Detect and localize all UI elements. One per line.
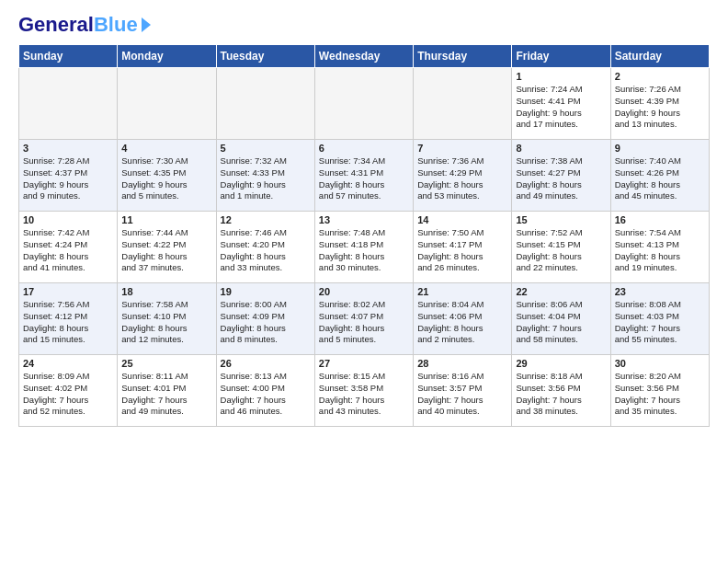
day-info: Sunrise: 8:11 AMSunset: 4:01 PMDaylight:… [121, 371, 211, 418]
day-info: Sunrise: 7:44 AMSunset: 4:22 PMDaylight:… [121, 227, 211, 274]
day-info: Sunrise: 8:04 AMSunset: 4:06 PMDaylight:… [417, 299, 507, 346]
calendar-cell [216, 68, 314, 140]
calendar-cell [19, 68, 118, 140]
day-info: Sunrise: 7:56 AMSunset: 4:12 PMDaylight:… [23, 299, 113, 346]
calendar-cell: 23Sunrise: 8:08 AMSunset: 4:03 PMDayligh… [610, 283, 709, 355]
calendar-cell [314, 68, 413, 140]
day-info: Sunrise: 7:34 AMSunset: 4:31 PMDaylight:… [319, 155, 409, 202]
day-number: 26 [221, 358, 311, 369]
day-info: Sunrise: 7:50 AMSunset: 4:17 PMDaylight:… [417, 227, 507, 274]
day-number: 22 [516, 286, 606, 297]
day-number: 7 [417, 143, 507, 154]
calendar-cell: 17Sunrise: 7:56 AMSunset: 4:12 PMDayligh… [19, 283, 118, 355]
day-info: Sunrise: 7:54 AMSunset: 4:13 PMDaylight:… [615, 227, 705, 274]
day-number: 27 [319, 358, 409, 369]
day-number: 19 [221, 286, 311, 297]
calendar-cell: 27Sunrise: 8:15 AMSunset: 3:58 PMDayligh… [314, 355, 413, 427]
calendar-cell: 22Sunrise: 8:06 AMSunset: 4:04 PMDayligh… [512, 283, 610, 355]
calendar-cell: 11Sunrise: 7:44 AMSunset: 4:22 PMDayligh… [118, 212, 216, 283]
calendar-cell: 28Sunrise: 8:16 AMSunset: 3:57 PMDayligh… [414, 355, 512, 427]
calendar-cell: 25Sunrise: 8:11 AMSunset: 4:01 PMDayligh… [118, 355, 216, 427]
day-number: 12 [221, 214, 311, 225]
logo: General Blue [18, 15, 151, 35]
day-number: 16 [615, 214, 705, 225]
week-row-1: 1Sunrise: 7:24 AMSunset: 4:41 PMDaylight… [19, 68, 710, 140]
calendar-cell: 7Sunrise: 7:36 AMSunset: 4:29 PMDaylight… [414, 140, 512, 212]
day-info: Sunrise: 8:20 AMSunset: 3:56 PMDaylight:… [615, 371, 705, 418]
day-number: 14 [417, 214, 507, 225]
calendar-cell: 19Sunrise: 8:00 AMSunset: 4:09 PMDayligh… [216, 283, 314, 355]
day-info: Sunrise: 8:09 AMSunset: 4:02 PMDaylight:… [23, 371, 113, 418]
day-number: 15 [516, 214, 606, 225]
calendar-table: SundayMondayTuesdayWednesdayThursdayFrid… [18, 44, 710, 427]
calendar-cell: 6Sunrise: 7:34 AMSunset: 4:31 PMDaylight… [314, 140, 413, 212]
header: General Blue [18, 15, 710, 35]
week-row-4: 17Sunrise: 7:56 AMSunset: 4:12 PMDayligh… [19, 283, 710, 355]
day-number: 25 [121, 358, 211, 369]
weekday-header-wednesday: Wednesday [314, 45, 413, 68]
day-number: 21 [417, 286, 507, 297]
calendar-cell: 29Sunrise: 8:18 AMSunset: 3:56 PMDayligh… [512, 355, 610, 427]
calendar-cell: 13Sunrise: 7:48 AMSunset: 4:18 PMDayligh… [314, 212, 413, 283]
day-number: 10 [23, 214, 113, 225]
day-info: Sunrise: 7:42 AMSunset: 4:24 PMDaylight:… [23, 227, 113, 274]
day-number: 20 [319, 286, 409, 297]
day-info: Sunrise: 8:02 AMSunset: 4:07 PMDaylight:… [319, 299, 409, 346]
calendar-cell: 1Sunrise: 7:24 AMSunset: 4:41 PMDaylight… [512, 68, 610, 140]
day-info: Sunrise: 7:38 AMSunset: 4:27 PMDaylight:… [516, 155, 606, 202]
day-info: Sunrise: 8:18 AMSunset: 3:56 PMDaylight:… [516, 371, 606, 418]
calendar-cell: 9Sunrise: 7:40 AMSunset: 4:26 PMDaylight… [610, 140, 709, 212]
calendar-cell: 8Sunrise: 7:38 AMSunset: 4:27 PMDaylight… [512, 140, 610, 212]
day-number: 5 [221, 143, 311, 154]
day-number: 13 [319, 214, 409, 225]
day-info: Sunrise: 7:48 AMSunset: 4:18 PMDaylight:… [319, 227, 409, 274]
day-info: Sunrise: 7:36 AMSunset: 4:29 PMDaylight:… [417, 155, 507, 202]
calendar-cell: 16Sunrise: 7:54 AMSunset: 4:13 PMDayligh… [610, 212, 709, 283]
calendar-cell: 4Sunrise: 7:30 AMSunset: 4:35 PMDaylight… [118, 140, 216, 212]
day-number: 6 [319, 143, 409, 154]
calendar-cell: 14Sunrise: 7:50 AMSunset: 4:17 PMDayligh… [414, 212, 512, 283]
day-number: 11 [121, 214, 211, 225]
calendar-cell: 5Sunrise: 7:32 AMSunset: 4:33 PMDaylight… [216, 140, 314, 212]
weekday-header-sunday: Sunday [19, 45, 118, 68]
calendar-cell: 3Sunrise: 7:28 AMSunset: 4:37 PMDaylight… [19, 140, 118, 212]
day-info: Sunrise: 8:16 AMSunset: 3:57 PMDaylight:… [417, 371, 507, 418]
calendar-cell: 12Sunrise: 7:46 AMSunset: 4:20 PMDayligh… [216, 212, 314, 283]
day-number: 2 [615, 71, 705, 82]
day-number: 28 [417, 358, 507, 369]
calendar-cell: 2Sunrise: 7:26 AMSunset: 4:39 PMDaylight… [610, 68, 709, 140]
day-info: Sunrise: 7:26 AMSunset: 4:39 PMDaylight:… [615, 84, 705, 131]
weekday-header-friday: Friday [512, 45, 610, 68]
weekday-header-saturday: Saturday [610, 45, 709, 68]
day-number: 3 [23, 143, 113, 154]
calendar-page: General Blue SundayMondayTuesdayWednesda… [0, 0, 728, 563]
day-number: 4 [121, 143, 211, 154]
calendar-cell: 30Sunrise: 8:20 AMSunset: 3:56 PMDayligh… [610, 355, 709, 427]
weekday-header-tuesday: Tuesday [216, 45, 314, 68]
day-info: Sunrise: 8:00 AMSunset: 4:09 PMDaylight:… [221, 299, 311, 346]
logo-general: General [18, 15, 94, 35]
day-info: Sunrise: 7:52 AMSunset: 4:15 PMDaylight:… [516, 227, 606, 274]
day-number: 29 [516, 358, 606, 369]
logo-blue: Blue [94, 15, 138, 35]
week-row-3: 10Sunrise: 7:42 AMSunset: 4:24 PMDayligh… [19, 212, 710, 283]
day-number: 17 [23, 286, 113, 297]
day-info: Sunrise: 7:28 AMSunset: 4:37 PMDaylight:… [23, 155, 113, 202]
week-row-2: 3Sunrise: 7:28 AMSunset: 4:37 PMDaylight… [19, 140, 710, 212]
day-number: 18 [121, 286, 211, 297]
day-number: 30 [615, 358, 705, 369]
day-info: Sunrise: 8:15 AMSunset: 3:58 PMDaylight:… [319, 371, 409, 418]
day-info: Sunrise: 7:24 AMSunset: 4:41 PMDaylight:… [516, 84, 606, 131]
calendar-cell: 24Sunrise: 8:09 AMSunset: 4:02 PMDayligh… [19, 355, 118, 427]
day-info: Sunrise: 7:40 AMSunset: 4:26 PMDaylight:… [615, 155, 705, 202]
weekday-header-monday: Monday [118, 45, 216, 68]
calendar-cell: 10Sunrise: 7:42 AMSunset: 4:24 PMDayligh… [19, 212, 118, 283]
calendar-cell: 15Sunrise: 7:52 AMSunset: 4:15 PMDayligh… [512, 212, 610, 283]
calendar-cell: 20Sunrise: 8:02 AMSunset: 4:07 PMDayligh… [314, 283, 413, 355]
day-number: 9 [615, 143, 705, 154]
calendar-cell: 26Sunrise: 8:13 AMSunset: 4:00 PMDayligh… [216, 355, 314, 427]
day-info: Sunrise: 7:30 AMSunset: 4:35 PMDaylight:… [121, 155, 211, 202]
day-number: 1 [516, 71, 606, 82]
weekday-header-thursday: Thursday [414, 45, 512, 68]
calendar-cell [414, 68, 512, 140]
